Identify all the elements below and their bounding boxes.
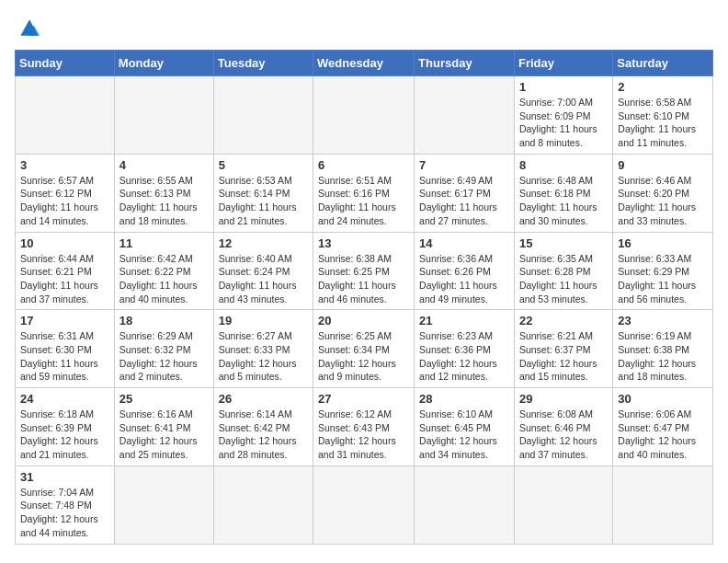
- calendar-cell: 13Sunrise: 6:38 AM Sunset: 6:25 PM Dayli…: [313, 232, 415, 310]
- day-info: Sunrise: 6:35 AM Sunset: 6:28 PM Dayligh…: [519, 252, 608, 306]
- day-info: Sunrise: 7:04 AM Sunset: 7:48 PM Dayligh…: [20, 486, 109, 540]
- day-info: Sunrise: 6:16 AM Sunset: 6:41 PM Dayligh…: [119, 408, 209, 462]
- calendar-cell: 28Sunrise: 6:10 AM Sunset: 6:45 PM Dayli…: [415, 388, 515, 466]
- weekday-header-wednesday: Wednesday: [313, 51, 415, 76]
- calendar-cell: 26Sunrise: 6:14 AM Sunset: 6:42 PM Dayli…: [213, 388, 313, 466]
- day-number: 14: [419, 236, 509, 250]
- day-info: Sunrise: 6:36 AM Sunset: 6:26 PM Dayligh…: [419, 252, 509, 306]
- day-info: Sunrise: 6:08 AM Sunset: 6:46 PM Dayligh…: [519, 408, 608, 462]
- calendar-cell: [415, 465, 515, 544]
- day-number: 31: [20, 470, 109, 484]
- day-number: 30: [618, 392, 708, 406]
- week-row-2: 10Sunrise: 6:44 AM Sunset: 6:21 PM Dayli…: [16, 232, 713, 310]
- logo-icon: [15, 15, 44, 40]
- calendar-cell: 14Sunrise: 6:36 AM Sunset: 6:26 PM Dayli…: [415, 232, 515, 310]
- day-info: Sunrise: 7:00 AM Sunset: 6:09 PM Dayligh…: [519, 96, 608, 150]
- day-number: 11: [119, 236, 209, 250]
- day-info: Sunrise: 6:23 AM Sunset: 6:36 PM Dayligh…: [419, 329, 509, 384]
- day-number: 17: [20, 314, 109, 327]
- day-info: Sunrise: 6:18 AM Sunset: 6:39 PM Dayligh…: [20, 408, 109, 462]
- calendar-cell: 16Sunrise: 6:33 AM Sunset: 6:29 PM Dayli…: [613, 232, 713, 310]
- day-info: Sunrise: 6:42 AM Sunset: 6:22 PM Dayligh…: [119, 252, 209, 306]
- weekday-header-monday: Monday: [114, 51, 213, 76]
- day-info: Sunrise: 6:40 AM Sunset: 6:24 PM Dayligh…: [219, 252, 308, 306]
- calendar-cell: [415, 76, 515, 155]
- day-info: Sunrise: 6:58 AM Sunset: 6:10 PM Dayligh…: [618, 96, 708, 150]
- day-info: Sunrise: 6:25 AM Sunset: 6:34 PM Dayligh…: [318, 329, 409, 384]
- day-info: Sunrise: 6:44 AM Sunset: 6:21 PM Dayligh…: [20, 252, 109, 306]
- week-row-5: 31Sunrise: 7:04 AM Sunset: 7:48 PM Dayli…: [16, 465, 713, 544]
- day-info: Sunrise: 6:53 AM Sunset: 6:14 PM Dayligh…: [219, 174, 308, 228]
- calendar-cell: 1Sunrise: 7:00 AM Sunset: 6:09 PM Daylig…: [514, 76, 612, 155]
- day-number: 29: [519, 392, 608, 406]
- calendar-cell: [16, 76, 115, 155]
- day-number: 22: [519, 314, 608, 327]
- day-number: 1: [519, 80, 608, 94]
- weekday-header-sunday: Sunday: [16, 51, 115, 76]
- day-info: Sunrise: 6:46 AM Sunset: 6:20 PM Dayligh…: [618, 174, 708, 228]
- day-number: 6: [318, 158, 409, 172]
- day-info: Sunrise: 6:51 AM Sunset: 6:16 PM Dayligh…: [318, 174, 409, 228]
- calendar-cell: 20Sunrise: 6:25 AM Sunset: 6:34 PM Dayli…: [313, 310, 415, 388]
- calendar-cell: 2Sunrise: 6:58 AM Sunset: 6:10 PM Daylig…: [613, 76, 713, 155]
- day-number: 9: [618, 158, 708, 172]
- day-number: 5: [219, 158, 308, 172]
- day-info: Sunrise: 6:10 AM Sunset: 6:45 PM Dayligh…: [419, 408, 509, 462]
- day-info: Sunrise: 6:33 AM Sunset: 6:29 PM Dayligh…: [618, 252, 708, 306]
- day-info: Sunrise: 6:57 AM Sunset: 6:12 PM Dayligh…: [20, 174, 109, 228]
- day-info: Sunrise: 6:49 AM Sunset: 6:17 PM Dayligh…: [419, 174, 509, 228]
- calendar-body: 1Sunrise: 7:00 AM Sunset: 6:09 PM Daylig…: [16, 76, 713, 545]
- weekday-header-friday: Friday: [514, 51, 612, 76]
- calendar-cell: 30Sunrise: 6:06 AM Sunset: 6:47 PM Dayli…: [613, 388, 713, 466]
- week-row-1: 3Sunrise: 6:57 AM Sunset: 6:12 PM Daylig…: [16, 154, 713, 232]
- calendar-cell: 10Sunrise: 6:44 AM Sunset: 6:21 PM Dayli…: [16, 232, 115, 310]
- calendar-header: SundayMondayTuesdayWednesdayThursdayFrid…: [16, 51, 713, 76]
- day-number: 28: [419, 392, 509, 406]
- day-info: Sunrise: 6:12 AM Sunset: 6:43 PM Dayligh…: [318, 408, 409, 462]
- calendar-cell: 24Sunrise: 6:18 AM Sunset: 6:39 PM Dayli…: [16, 388, 115, 466]
- day-info: Sunrise: 6:38 AM Sunset: 6:25 PM Dayligh…: [318, 252, 409, 306]
- day-info: Sunrise: 6:55 AM Sunset: 6:13 PM Dayligh…: [119, 174, 209, 228]
- calendar-cell: [114, 76, 213, 155]
- week-row-4: 24Sunrise: 6:18 AM Sunset: 6:39 PM Dayli…: [16, 388, 713, 466]
- calendar-cell: 31Sunrise: 7:04 AM Sunset: 7:48 PM Dayli…: [16, 465, 115, 544]
- day-number: 15: [519, 236, 608, 250]
- weekday-header-saturday: Saturday: [613, 51, 713, 76]
- calendar-cell: 8Sunrise: 6:48 AM Sunset: 6:18 PM Daylig…: [514, 154, 612, 232]
- calendar-cell: 17Sunrise: 6:31 AM Sunset: 6:30 PM Dayli…: [16, 310, 115, 388]
- calendar-cell: 25Sunrise: 6:16 AM Sunset: 6:41 PM Dayli…: [114, 388, 213, 466]
- calendar-cell: 3Sunrise: 6:57 AM Sunset: 6:12 PM Daylig…: [16, 154, 115, 232]
- calendar-cell: [313, 465, 415, 544]
- day-number: 4: [119, 158, 209, 172]
- calendar-cell: 4Sunrise: 6:55 AM Sunset: 6:13 PM Daylig…: [114, 154, 213, 232]
- calendar-cell: 27Sunrise: 6:12 AM Sunset: 6:43 PM Dayli…: [313, 388, 415, 466]
- calendar-cell: 6Sunrise: 6:51 AM Sunset: 6:16 PM Daylig…: [313, 154, 415, 232]
- calendar-cell: 22Sunrise: 6:21 AM Sunset: 6:37 PM Dayli…: [514, 310, 612, 388]
- calendar-cell: [313, 76, 415, 155]
- weekday-header-row: SundayMondayTuesdayWednesdayThursdayFrid…: [16, 51, 713, 76]
- calendar-cell: 15Sunrise: 6:35 AM Sunset: 6:28 PM Dayli…: [514, 232, 612, 310]
- day-number: 7: [419, 158, 509, 172]
- day-number: 13: [318, 236, 409, 250]
- calendar-table: SundayMondayTuesdayWednesdayThursdayFrid…: [15, 50, 713, 545]
- calendar-cell: [213, 465, 313, 544]
- calendar-cell: 29Sunrise: 6:08 AM Sunset: 6:46 PM Dayli…: [514, 388, 612, 466]
- calendar-cell: 21Sunrise: 6:23 AM Sunset: 6:36 PM Dayli…: [415, 310, 515, 388]
- day-number: 27: [318, 392, 409, 406]
- calendar-cell: [114, 465, 213, 544]
- day-number: 25: [119, 392, 209, 406]
- day-number: 26: [219, 392, 308, 406]
- calendar-cell: 12Sunrise: 6:40 AM Sunset: 6:24 PM Dayli…: [213, 232, 313, 310]
- calendar-cell: 23Sunrise: 6:19 AM Sunset: 6:38 PM Dayli…: [613, 310, 713, 388]
- day-number: 20: [318, 314, 409, 327]
- day-info: Sunrise: 6:19 AM Sunset: 6:38 PM Dayligh…: [618, 329, 708, 384]
- week-row-0: 1Sunrise: 7:00 AM Sunset: 6:09 PM Daylig…: [16, 76, 713, 155]
- day-number: 2: [618, 80, 708, 94]
- day-info: Sunrise: 6:21 AM Sunset: 6:37 PM Dayligh…: [519, 329, 608, 384]
- day-number: 12: [219, 236, 308, 250]
- logo: [15, 15, 48, 40]
- calendar-cell: [213, 76, 313, 155]
- day-number: 3: [20, 158, 109, 172]
- day-info: Sunrise: 6:06 AM Sunset: 6:47 PM Dayligh…: [618, 408, 708, 462]
- week-row-3: 17Sunrise: 6:31 AM Sunset: 6:30 PM Dayli…: [16, 310, 713, 388]
